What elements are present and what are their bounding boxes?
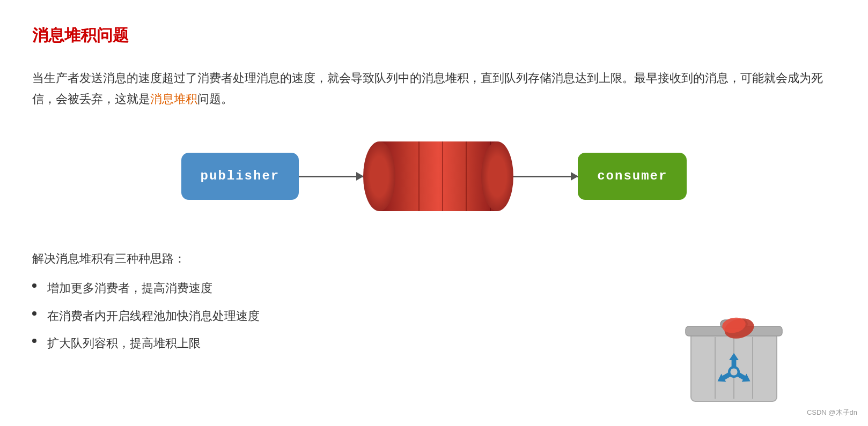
solution-item-1: 增加更多消费者，提高消费速度 [47, 278, 212, 298]
arrow-queue-to-consumer [513, 176, 578, 177]
bullet-dot-2 [32, 311, 36, 316]
publisher-box: publisher [181, 153, 299, 200]
arrow-publisher-to-queue [299, 176, 363, 177]
solutions-intro: 解决消息堆积有三种种思路： [32, 249, 836, 268]
diagram: publisher consumer [32, 131, 836, 222]
queue-cylinder [363, 141, 513, 211]
bullet-dot-1 [32, 283, 36, 288]
solutions-section: 解决消息堆积有三种种思路： 增加更多消费者，提高消费速度 在消费者内开启线程池加… [32, 249, 836, 385]
solution-item-2: 在消费者内开启线程池加快消息处理速度 [47, 306, 260, 326]
trash-can-illustration [675, 283, 793, 407]
cylinder-section-2 [420, 141, 443, 211]
cylinder-section-1 [395, 141, 419, 211]
consumer-box: consumer [578, 153, 687, 200]
watermark: CSDN @木子dn [807, 407, 857, 417]
solution-item-3: 扩大队列容积，提高堆积上限 [47, 333, 201, 353]
cylinder-left-cap [363, 141, 395, 211]
intro-paragraph: 当生产者发送消息的速度超过了消费者处理消息的速度，就会导致队列中的消息堆积，直到… [32, 68, 826, 109]
cylinder-body [379, 141, 497, 211]
bullet-dot-3 [32, 339, 36, 343]
cylinder-right-cap [481, 141, 513, 211]
intro-text-after: 问题。 [197, 92, 233, 106]
bottom-section: 增加更多消费者，提高消费速度 在消费者内开启线程池加快消息处理速度 扩大队列容积… [32, 278, 836, 385]
page-title: 消息堆积问题 [32, 21, 836, 49]
svg-point-9 [730, 369, 737, 376]
cylinder-section-3 [443, 141, 467, 211]
highlight-link[interactable]: 消息堆积 [150, 92, 197, 106]
